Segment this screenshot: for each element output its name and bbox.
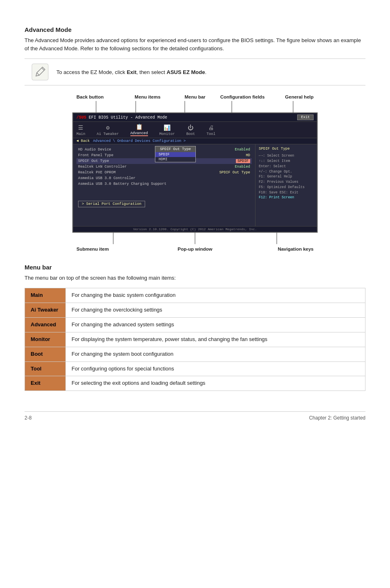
label-back-button: Back button bbox=[76, 94, 124, 99]
bios-popup: SPDIF Out Type SPDIF HDMI bbox=[155, 146, 196, 162]
bios-row-realtek-lan[interactable]: Realtek LAN Controller Enabled bbox=[76, 164, 252, 170]
bios-menu-icons: ☰ Main ⚙ Ai Tweaker 📋 Advanced 📊 Monitor… bbox=[73, 122, 317, 138]
section1-para: The Advanced Mode provides advanced opti… bbox=[25, 36, 365, 53]
menu-table-row: AdvancedFor changing the advanced system… bbox=[25, 318, 365, 332]
navkey-f12: F12: Print Screen bbox=[259, 195, 314, 200]
footer-left: 2-8 bbox=[25, 415, 31, 421]
section2-para: The menu bar on top of the screen has th… bbox=[25, 274, 365, 282]
menu-label-tool: Tool bbox=[25, 361, 66, 376]
footer-right: Chapter 2: Getting started bbox=[309, 415, 365, 421]
menu-label-exit: Exit bbox=[25, 376, 66, 391]
svg-rect-0 bbox=[32, 64, 48, 80]
bios-row-asmedia-bat[interactable]: Asmedia USB 3.0 Battery Charging Support bbox=[76, 181, 252, 187]
menu-label-advanced: Advanced bbox=[25, 318, 66, 332]
menu-table-row: MainFor changing the basic system config… bbox=[25, 288, 365, 303]
row-label-hd-audio: HD Audio Device bbox=[78, 148, 111, 152]
label-general-help: General help bbox=[266, 94, 314, 99]
label-navigation-keys: Navigation keys bbox=[235, 247, 314, 251]
connector-lines-top bbox=[72, 101, 318, 112]
advanced-label: Advanced bbox=[130, 131, 148, 135]
boot-label: Boot bbox=[186, 132, 195, 136]
main-label: Main bbox=[76, 132, 85, 136]
bios-submenu[interactable]: > Serial Port Configuration bbox=[78, 201, 145, 207]
row-value-realtek-lan: Enabled bbox=[235, 165, 250, 169]
bios-labels-bottom: Submenu item Pop-up window Navigation ke… bbox=[72, 247, 318, 251]
label-menu-items: Menu items bbox=[124, 94, 171, 99]
bios-version: Version 2.10.1208. Copyright (C) 2012 Am… bbox=[73, 226, 317, 232]
note-icon bbox=[31, 63, 49, 81]
bios-menu-main[interactable]: ☰ Main bbox=[76, 124, 85, 136]
menu-desc-advanced: For changing the advanced system setting… bbox=[66, 318, 365, 332]
section2-title: Menu bar bbox=[25, 264, 365, 271]
monitor-icon: 📊 bbox=[164, 124, 170, 131]
menu-desc-ai-tweaker: For changing the overclocking settings bbox=[66, 303, 365, 318]
row-value-spdif: SPDIF bbox=[236, 159, 250, 163]
row-label-spdif: SPDIF Out Type bbox=[78, 159, 109, 163]
note-box: To access the EZ Mode, click Exit, then … bbox=[25, 58, 365, 85]
label-popup-window: Pop-up window bbox=[155, 247, 234, 251]
bios-logo: /SUS bbox=[76, 115, 86, 120]
label-submenu-item: Submenu item bbox=[76, 247, 155, 251]
bios-titlebar: /SUS EFI BIOS Utility - Advanced Mode Ex… bbox=[73, 113, 317, 122]
bios-right-panel: SPDIF Out Type ←→: Select Screen ↑↓: Sel… bbox=[256, 144, 317, 226]
menu-label-main: Main bbox=[25, 288, 66, 303]
menu-desc-main: For changing the basic system configurat… bbox=[66, 288, 365, 303]
bios-menu-advanced[interactable]: 📋 Advanced bbox=[130, 123, 148, 136]
bios-diagram: Back button Menu items Menu bar Configur… bbox=[72, 94, 318, 251]
bios-menu-tool[interactable]: 🖨 Tool bbox=[206, 125, 215, 136]
menu-desc-monitor: For displaying the system temperature, p… bbox=[66, 332, 365, 347]
bios-row-asmedia-usb[interactable]: Asmedia USB 3.0 Controller bbox=[76, 175, 252, 181]
monitor-label: Monitor bbox=[159, 132, 175, 136]
bios-menu-ai[interactable]: ⚙ Ai Tweaker bbox=[97, 124, 119, 136]
menu-table-row: ToolFor configuring options for special … bbox=[25, 361, 365, 376]
page-footer: 2-8 Chapter 2: Getting started bbox=[25, 411, 365, 421]
main-icon: ☰ bbox=[78, 124, 83, 131]
navkey-item: ↑↓: Select Item bbox=[259, 159, 314, 164]
bios-title-left: /SUS EFI BIOS Utility - Advanced Mode bbox=[76, 115, 167, 120]
bios-menu-monitor[interactable]: 📊 Monitor bbox=[159, 124, 175, 136]
bios-labels-top: Back button Menu items Menu bar Configur… bbox=[72, 94, 318, 99]
row-label-asmedia-usb: Asmedia USB 3.0 Controller bbox=[78, 176, 135, 180]
section1-title: Advanced Mode bbox=[25, 26, 365, 33]
menu-label-boot: Boot bbox=[25, 347, 66, 361]
menu-table-row: Ai TweakerFor changing the overclocking … bbox=[25, 303, 365, 318]
advanced-icon: 📋 bbox=[136, 123, 143, 130]
menu-desc-boot: For changing the system boot configurati… bbox=[66, 347, 365, 361]
bios-menu-boot[interactable]: ⏻ Boot bbox=[186, 125, 195, 136]
navkeys-box: ←→: Select Screen ↑↓: Select Item Enter:… bbox=[259, 153, 314, 200]
back-button[interactable]: ◄ Back bbox=[76, 139, 90, 143]
bios-screen: /SUS EFI BIOS Utility - Advanced Mode Ex… bbox=[72, 112, 318, 233]
bios-left-panel: HD Audio Device Enabled Front Panel Type… bbox=[73, 144, 256, 226]
menu-desc-exit: For selecting the exit options and loadi… bbox=[66, 376, 365, 391]
navkey-screen: ←→: Select Screen bbox=[259, 153, 314, 159]
right-panel-title: SPDIF Out Type bbox=[259, 147, 314, 151]
popup-item-hdmi[interactable]: HDMI bbox=[155, 157, 195, 162]
navkey-f5: F5: Optimized Defaults bbox=[259, 185, 314, 190]
popup-item-spdif[interactable]: SPDIF bbox=[155, 152, 195, 157]
bios-breadcrumb: ◄ Back Advanced \ Onboard Devices Config… bbox=[73, 138, 317, 144]
note-text: To access the EZ Mode, click Exit, then … bbox=[56, 68, 206, 76]
navkey-change: +/-: Change Opt. bbox=[259, 169, 314, 175]
boot-icon: ⏻ bbox=[188, 125, 193, 131]
row-label-front-panel: Front Panel Type bbox=[78, 153, 113, 157]
tool-label: Tool bbox=[206, 132, 215, 136]
navkey-f1: F1: General Help bbox=[259, 174, 314, 180]
ai-label: Ai Tweaker bbox=[97, 132, 119, 136]
ai-icon: ⚙ bbox=[106, 124, 109, 131]
menu-label-ai-tweaker: Ai Tweaker bbox=[25, 303, 66, 318]
tool-icon: 🖨 bbox=[208, 125, 214, 131]
bios-row-realtek-pxe[interactable]: Realtek PXE OPROM SPDIF Out Type bbox=[76, 170, 252, 175]
note-bold-mode: ASUS EZ Mode bbox=[167, 69, 205, 75]
label-menu-bar: Menu bar bbox=[171, 94, 219, 99]
row-value-front-panel: HD bbox=[246, 153, 250, 157]
row-label-asmedia-bat: Asmedia USB 3.0 Battery Charging Support bbox=[78, 182, 166, 186]
row-value-realtek-pxe: SPDIF Out Type bbox=[219, 171, 250, 175]
connector-lines-bottom bbox=[72, 233, 318, 244]
label-config-fields: Configuration fields bbox=[219, 94, 266, 99]
menu-table-row: BootFor changing the system boot configu… bbox=[25, 347, 365, 361]
bios-exit-button[interactable]: Exit bbox=[297, 114, 314, 120]
row-value-hd-audio: Enabled bbox=[235, 148, 250, 152]
navkey-f10: F10: Save ESC: Exit bbox=[259, 190, 314, 195]
menu-label-monitor: Monitor bbox=[25, 332, 66, 347]
popup-title: SPDIF Out Type bbox=[155, 146, 195, 152]
